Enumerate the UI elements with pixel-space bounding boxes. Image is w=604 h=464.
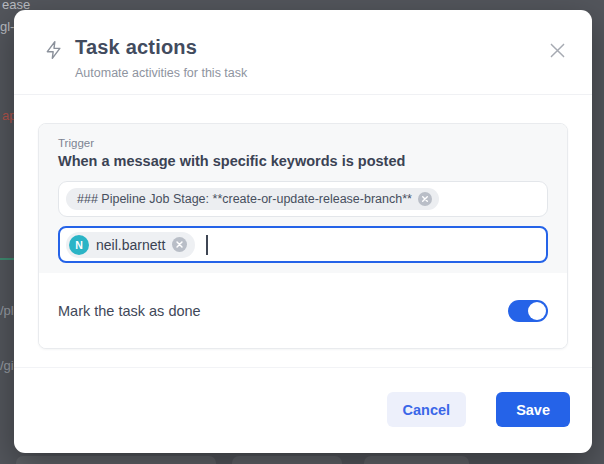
- trigger-section: Trigger When a message with specific key…: [39, 124, 567, 273]
- task-actions-modal: Task actions Automate activities for thi…: [14, 10, 592, 453]
- user-chip-name: neil.barnett: [96, 237, 165, 253]
- user-chip-remove-button[interactable]: [172, 237, 187, 252]
- text-cursor: [206, 235, 208, 255]
- modal-header: Task actions Automate activities for thi…: [14, 10, 592, 95]
- close-button[interactable]: [547, 41, 567, 61]
- modal-subtitle: Automate activities for this task: [75, 66, 247, 80]
- close-icon: [550, 43, 565, 58]
- user-chip: N neil.barnett: [66, 232, 195, 258]
- modal-footer: Cancel Save: [387, 392, 570, 427]
- background-divider-line: [0, 258, 15, 260]
- background-ghost-button: [364, 456, 469, 464]
- header-text: Task actions Automate activities for thi…: [75, 36, 247, 80]
- toggle-knob: [528, 302, 546, 320]
- background-text-fragment: /gi: [0, 358, 14, 373]
- modal-title: Task actions: [75, 36, 247, 59]
- keywords-input[interactable]: ### Pipeline Job Stage: **create-or-upda…: [58, 181, 548, 217]
- keyword-chip: ### Pipeline Job Stage: **create-or-upda…: [66, 188, 439, 210]
- background-text-fragment: gl-: [0, 19, 14, 34]
- trigger-heading: When a message with specific keywords is…: [58, 153, 548, 169]
- avatar: N: [69, 235, 89, 255]
- remove-circle-icon: [418, 192, 432, 206]
- mark-done-row: Mark the task as done: [39, 273, 567, 348]
- trigger-label: Trigger: [58, 137, 548, 149]
- keyword-chip-remove-button[interactable]: [418, 192, 432, 206]
- background-ghost-button: [16, 456, 216, 464]
- mark-done-toggle[interactable]: [508, 300, 548, 322]
- background-ghost-button: [232, 456, 342, 464]
- assignee-input[interactable]: N neil.barnett: [58, 226, 548, 263]
- mark-done-label: Mark the task as done: [58, 303, 201, 319]
- cancel-button[interactable]: Cancel: [387, 392, 467, 427]
- background-text-fragment: /pl: [0, 303, 14, 318]
- trigger-card: Trigger When a message with specific key…: [38, 123, 568, 349]
- save-button[interactable]: Save: [496, 392, 570, 427]
- remove-circle-icon: [172, 237, 187, 252]
- footer-divider: [14, 367, 592, 368]
- zap-icon: [44, 40, 64, 60]
- keyword-chip-label: ### Pipeline Job Stage: **create-or-upda…: [77, 192, 412, 206]
